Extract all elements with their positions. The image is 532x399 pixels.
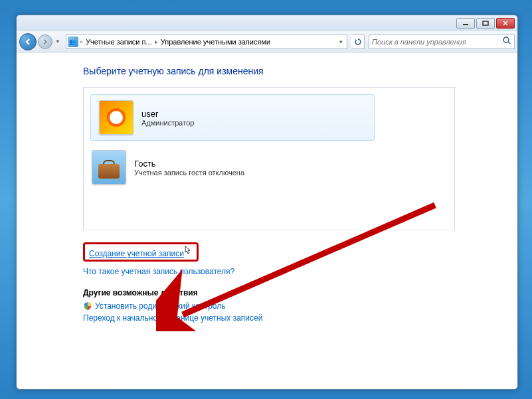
go-home-link[interactable]: Переход к начальной странице учетных зап… <box>83 313 262 323</box>
history-dropdown-icon[interactable]: ▼ <box>54 39 62 44</box>
accounts-list: user Администратор Гость Учетная запись … <box>83 87 455 230</box>
users-icon: 👥 <box>68 37 78 47</box>
search-input[interactable] <box>372 38 502 46</box>
breadcrumb[interactable]: 👥 « Учетные записи п... ▸ Управление уче… <box>66 35 347 49</box>
maximize-button[interactable] <box>476 18 495 29</box>
breadcrumb-segment-2[interactable]: Управление учетными записями <box>158 38 273 46</box>
search-icon[interactable] <box>502 36 511 47</box>
account-name: user <box>141 109 194 119</box>
what-is-account-link[interactable]: Что такое учетная запись пользователя? <box>83 267 234 276</box>
window: ▼ 👥 « Учетные записи п... ▸ Управление у… <box>16 15 518 390</box>
titlebar <box>17 15 517 31</box>
avatar-guest <box>92 150 126 185</box>
svg-point-2 <box>503 37 509 42</box>
avatar-user <box>99 100 133 135</box>
refresh-button[interactable] <box>351 35 365 49</box>
back-button[interactable] <box>19 33 37 50</box>
account-role: Учетная запись гостя отключена <box>134 169 244 177</box>
account-role: Администратор <box>141 119 194 127</box>
account-item-user[interactable]: user Администратор <box>90 94 375 141</box>
svg-rect-1 <box>483 21 488 25</box>
shield-icon <box>83 301 92 311</box>
forward-button[interactable] <box>38 35 52 49</box>
cursor-icon <box>183 248 193 258</box>
breadcrumb-segment-1[interactable]: Учетные записи п... <box>83 38 155 46</box>
account-item-guest[interactable]: Гость Учетная запись гостя отключена <box>84 145 454 190</box>
annotation-highlight: Создание учетной записи <box>83 242 199 262</box>
close-button[interactable] <box>496 18 515 29</box>
minimize-button[interactable] <box>456 18 475 29</box>
navbar: ▼ 👥 « Учетные записи п... ▸ Управление у… <box>17 31 517 52</box>
svg-rect-0 <box>463 24 468 25</box>
search-box[interactable] <box>369 35 515 49</box>
breadcrumb-dropdown-icon[interactable]: ▾ <box>337 39 345 45</box>
content-area: Выберите учетную запись для изменения us… <box>17 52 517 389</box>
parental-control-link[interactable]: Установить родительский контроль <box>95 301 226 311</box>
account-name: Гость <box>134 159 244 169</box>
page-title: Выберите учетную запись для изменения <box>83 66 517 76</box>
other-actions-heading: Другие возможные действия <box>83 288 517 297</box>
create-account-link[interactable]: Создание учетной записи <box>89 249 184 258</box>
